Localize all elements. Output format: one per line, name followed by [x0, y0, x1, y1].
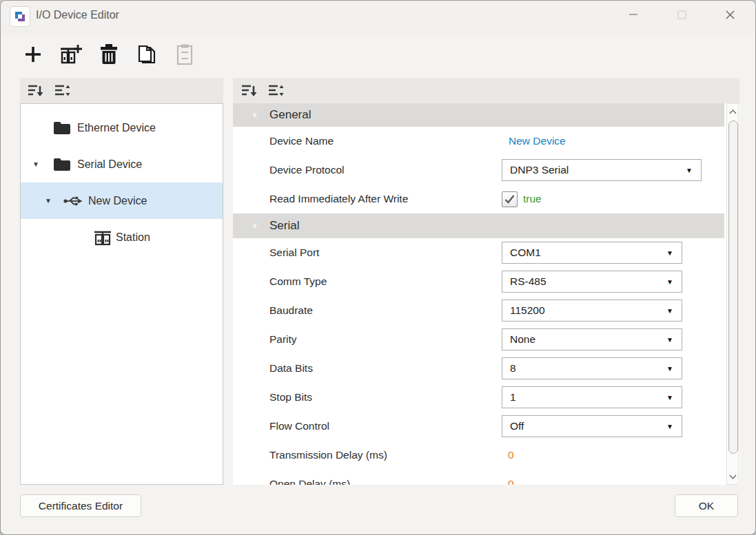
stop-bits-dropdown[interactable]: 1 ▼	[502, 386, 682, 408]
minimize-button[interactable]	[617, 1, 649, 28]
station-plus-icon	[59, 43, 83, 65]
tree-sort-custom-button[interactable]	[54, 82, 72, 100]
property-label: Baudrate	[269, 304, 313, 317]
section-header-general[interactable]: ▼ General	[233, 103, 724, 127]
property-row-comm-type: Comm Type RS-485 ▼	[233, 267, 724, 296]
grid-sort-descending-button[interactable]	[241, 82, 258, 100]
folder-icon	[53, 121, 71, 135]
grid-sort-custom-button[interactable]	[267, 82, 285, 100]
chevron-down-icon: ▼	[686, 167, 693, 174]
chevron-down-icon: ▼	[666, 336, 673, 344]
chevron-down-icon: ▼	[666, 365, 673, 373]
chevron-down-icon: ▼	[666, 394, 673, 401]
serial-port-dropdown[interactable]: COM1 ▼	[502, 242, 682, 264]
chevron-down-icon: ▼	[666, 249, 673, 257]
property-label: Transmission Delay (ms)	[269, 449, 387, 461]
sort-descending-icon	[241, 83, 258, 98]
tree-item-serial-device[interactable]: ▼ Serial Device	[21, 146, 223, 182]
paste-button	[172, 41, 198, 68]
property-grid: ▼ General Device Name New Device Device …	[233, 103, 739, 485]
flow-control-dropdown[interactable]: Off ▼	[502, 415, 682, 437]
property-label: Device Name	[269, 135, 334, 147]
certificates-editor-button[interactable]: Certificates Editor	[20, 494, 141, 517]
transmission-delay-value[interactable]: 0	[508, 449, 514, 461]
property-label: Device Protocol	[269, 164, 345, 176]
comm-type-dropdown[interactable]: RS-485 ▼	[502, 271, 682, 293]
close-button[interactable]	[714, 1, 746, 28]
section-title: General	[269, 108, 311, 122]
folder-icon	[53, 158, 71, 171]
property-row-data-bits: Data Bits 8 ▼	[233, 354, 724, 383]
chevron-down-icon: ▼	[666, 423, 673, 430]
checkmark-icon	[504, 195, 515, 204]
property-row-open-delay: Open Delay (ms) 0	[233, 470, 724, 485]
tree-item-ethernet-device[interactable]: Ethernet Device	[21, 109, 223, 146]
open-delay-value[interactable]: 0	[508, 478, 514, 485]
scrollbar-thumb[interactable]	[728, 120, 738, 454]
data-bits-dropdown[interactable]: 8 ▼	[502, 357, 682, 379]
expander-down-icon[interactable]: ▼	[45, 197, 52, 204]
delete-button[interactable]	[96, 41, 122, 68]
property-label: Flow Control	[269, 420, 329, 432]
property-row-parity: Parity None ▼	[233, 325, 724, 354]
property-row-device-name: Device Name New Device	[233, 127, 724, 156]
parity-dropdown[interactable]: None ▼	[502, 328, 682, 350]
section-header-serial[interactable]: ▼ Serial	[233, 213, 724, 238]
window-title: I/O Device Editor	[36, 9, 119, 21]
plus-icon	[23, 44, 43, 65]
app-logo-icon	[10, 6, 30, 27]
property-grid-toolbar	[233, 78, 739, 103]
chevron-down-icon: ▼	[666, 278, 673, 286]
sort-custom-icon	[54, 83, 71, 98]
property-label: Stop Bits	[269, 391, 312, 403]
tree-item-station[interactable]: Station	[21, 219, 223, 255]
property-label: Parity	[269, 333, 297, 346]
expander-down-icon[interactable]: ▼	[32, 160, 39, 168]
property-row-serial-port: Serial Port COM1 ▼	[233, 238, 724, 267]
tree-toolbar	[20, 78, 223, 103]
chevron-down-icon	[729, 474, 737, 479]
collapse-icon: ▼	[251, 222, 258, 230]
property-label: Read Immediately After Write	[269, 193, 408, 205]
copy-button[interactable]	[134, 41, 160, 68]
tree-item-new-device[interactable]: ▼ New Device	[21, 182, 223, 219]
chevron-up-icon	[729, 109, 737, 114]
tree-sort-descending-button[interactable]	[27, 82, 45, 100]
scroll-down-button[interactable]	[727, 470, 738, 483]
toolbar	[20, 39, 198, 70]
checkbox-value: true	[523, 193, 542, 205]
io-device-editor-window: I/O Device Editor	[0, 0, 756, 535]
station-icon	[94, 229, 112, 246]
property-row-flow-control: Flow Control Off ▼	[233, 412, 724, 441]
property-label: Serial Port	[269, 246, 319, 259]
property-label: Data Bits	[269, 362, 313, 375]
device-name-value[interactable]: New Device	[509, 135, 566, 147]
usb-icon	[63, 196, 83, 207]
tree-item-label: New Device	[88, 195, 147, 207]
baudrate-dropdown[interactable]: 115200 ▼	[502, 300, 682, 322]
copy-icon	[137, 43, 156, 65]
ok-button[interactable]: OK	[675, 494, 738, 517]
read-immediately-checkbox[interactable]	[502, 191, 518, 207]
sort-custom-icon	[268, 83, 285, 98]
section-title: Serial	[269, 219, 299, 233]
maximize-icon	[677, 10, 686, 19]
device-tree: Ethernet Device ▼ Serial Device ▼	[20, 103, 223, 485]
scrollbar[interactable]	[726, 103, 739, 485]
maximize-button[interactable]	[666, 1, 697, 28]
tree-item-label: Ethernet Device	[77, 122, 156, 134]
property-row-stop-bits: Stop Bits 1 ▼	[233, 383, 724, 412]
minimize-icon	[629, 10, 637, 19]
scroll-up-button[interactable]	[727, 105, 738, 118]
property-row-read-immediately: Read Immediately After Write true	[233, 185, 724, 213]
property-label: Comm Type	[269, 275, 327, 288]
tree-item-label: Serial Device	[77, 158, 142, 171]
add-device-button[interactable]	[20, 41, 46, 68]
collapse-icon: ▼	[251, 111, 258, 119]
close-icon	[726, 10, 735, 19]
add-station-button[interactable]	[58, 41, 84, 68]
sort-descending-icon	[28, 83, 44, 98]
device-protocol-dropdown[interactable]: DNP3 Serial ▼	[502, 159, 702, 181]
chevron-down-icon: ▼	[666, 307, 673, 315]
property-row-baudrate: Baudrate 115200 ▼	[233, 296, 724, 325]
